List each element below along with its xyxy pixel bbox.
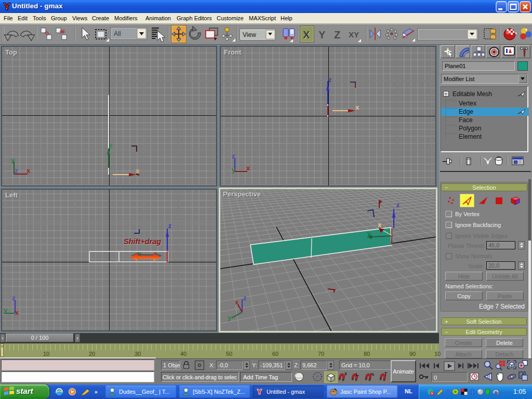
svg-text:y: y — [367, 230, 371, 237]
svg-text:x: x — [136, 167, 140, 175]
svg-text:View: View — [243, 31, 256, 38]
svg-text:x: x — [246, 164, 250, 172]
svg-text:z: z — [243, 294, 247, 302]
svg-text:z: z — [396, 202, 400, 209]
svg-text:z: z — [328, 76, 331, 84]
svg-text:z: z — [12, 294, 16, 302]
svg-text:z: z — [232, 152, 235, 160]
svg-text:Z: Z — [334, 29, 340, 41]
svg-text:y: y — [4, 306, 8, 314]
svg-text:X: X — [303, 29, 310, 41]
svg-text:z: z — [168, 222, 171, 230]
svg-text:x: x — [15, 309, 19, 316]
svg-text:y: y — [232, 166, 236, 174]
svg-text:»: » — [95, 389, 98, 395]
svg-text:y: y — [109, 141, 113, 149]
svg-text:x: x — [235, 298, 239, 306]
svg-text:x: x — [378, 221, 382, 229]
svg-text:All: All — [114, 30, 121, 37]
svg-text:z: z — [15, 167, 18, 175]
svg-text:Shift+drag: Shift+drag — [124, 237, 161, 246]
svg-text:x: x — [355, 103, 360, 111]
svg-text:y: y — [11, 156, 15, 164]
svg-text:y: y — [228, 314, 232, 322]
svg-text:Y: Y — [318, 29, 326, 41]
svg-text:XY: XY — [349, 30, 359, 39]
svg-text:3: 3 — [344, 371, 347, 376]
svg-text:x: x — [26, 167, 31, 175]
svg-text:%: % — [370, 372, 374, 377]
